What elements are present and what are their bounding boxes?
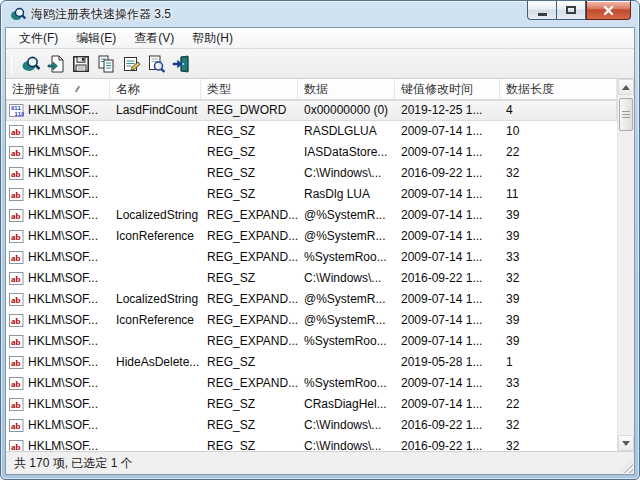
cell-data: @%SystemR... xyxy=(298,226,395,247)
table-row[interactable]: abHKLM\SOF...REG_SZRASDLGLUA2009-07-14 1… xyxy=(6,121,617,142)
properties-icon xyxy=(121,54,141,74)
table-row[interactable]: abHKLM\SOF...HideAsDelete...REG_SZ2019-0… xyxy=(6,352,617,373)
cell-key-text: HKLM\SOF... xyxy=(28,268,98,289)
column-header-key[interactable]: 注册键值 xyxy=(6,79,110,99)
cell-data: 0x00000000 (0) xyxy=(298,100,395,121)
save-button[interactable] xyxy=(68,51,93,76)
cell-name xyxy=(110,142,201,163)
sort-ascending-icon xyxy=(75,86,80,93)
find-button[interactable] xyxy=(143,51,168,76)
scrollbar-thumb[interactable] xyxy=(619,98,633,131)
cell-type: REG_SZ xyxy=(201,394,298,415)
svg-text:ab: ab xyxy=(11,379,21,389)
string-value-icon: ab xyxy=(9,356,25,370)
cell-key: abHKLM\SOF... xyxy=(6,310,110,331)
table-row[interactable]: abHKLM\SOF...REG_SZCRasDiagHel...2009-07… xyxy=(6,394,617,415)
properties-button[interactable] xyxy=(118,51,143,76)
menu-edit[interactable]: 编辑(E) xyxy=(67,28,125,49)
close-button[interactable] xyxy=(586,1,631,20)
cell-type: REG_EXPAND... xyxy=(201,226,298,247)
table-row[interactable]: abHKLM\SOF...REG_EXPAND...%SystemRoo...2… xyxy=(6,247,617,268)
table-row[interactable]: abHKLM\SOF...REG_EXPAND...%SystemRoo...2… xyxy=(6,373,617,394)
cell-type: REG_EXPAND... xyxy=(201,331,298,352)
title-bar[interactable]: 海鸥注册表快速操作器 3.5 xyxy=(1,1,639,27)
scroll-down-button[interactable] xyxy=(618,435,634,451)
cell-data-length: 22 xyxy=(500,394,617,415)
maximize-button[interactable] xyxy=(556,1,586,20)
string-value-icon: ab xyxy=(9,419,25,433)
svg-text:ab: ab xyxy=(11,232,21,242)
thumb-grip-icon xyxy=(622,111,630,118)
string-value-icon: ab xyxy=(9,209,25,223)
cell-key: abHKLM\SOF... xyxy=(6,184,110,205)
table-row[interactable]: abHKLM\SOF...REG_SZC:\Windows\...2016-09… xyxy=(6,163,617,184)
column-header-data-length-label: 数据长度 xyxy=(506,81,554,98)
cell-data: RASDLGLUA xyxy=(298,121,395,142)
cell-modified-time: 2009-07-14 1... xyxy=(395,205,500,226)
table-row[interactable]: abHKLM\SOF...LocalizedStringREG_EXPAND..… xyxy=(6,205,617,226)
string-value-icon: ab xyxy=(9,398,25,412)
copy-button[interactable] xyxy=(93,51,118,76)
cell-type: REG_DWORD xyxy=(201,100,298,121)
cell-key: abHKLM\SOF... xyxy=(6,436,110,451)
cell-data-length: 11 xyxy=(500,184,617,205)
cell-data-length: 39 xyxy=(500,226,617,247)
table-row[interactable]: abHKLM\SOF...IconReferenceREG_EXPAND...@… xyxy=(6,226,617,247)
column-header-data[interactable]: 数据 xyxy=(298,79,395,99)
cell-name xyxy=(110,247,201,268)
scroll-up-button[interactable] xyxy=(618,79,634,95)
cell-key: abHKLM\SOF... xyxy=(6,205,110,226)
menu-file[interactable]: 文件(F) xyxy=(10,28,67,49)
table-row[interactable]: abHKLM\SOF...REG_SZC:\Windows\...2016-09… xyxy=(6,268,617,289)
cell-modified-time: 2016-09-22 1... xyxy=(395,268,500,289)
cell-name xyxy=(110,373,201,394)
arrow-up-icon xyxy=(622,85,630,90)
cell-name xyxy=(110,268,201,289)
string-value-icon: ab xyxy=(9,125,25,139)
cell-data xyxy=(298,352,395,373)
table-row[interactable]: abHKLM\SOF...IconReferenceREG_EXPAND...@… xyxy=(6,310,617,331)
cell-key-text: HKLM\SOF... xyxy=(28,247,98,268)
svg-text:ab: ab xyxy=(11,127,21,137)
column-header-modified-time-label: 键值修改时间 xyxy=(401,81,473,98)
cell-key: abHKLM\SOF... xyxy=(6,268,110,289)
menu-help[interactable]: 帮助(H) xyxy=(183,28,242,49)
table-row[interactable]: 011110HKLM\SOF...LasdFindCountREG_DWORD0… xyxy=(6,100,617,121)
cell-modified-time: 2009-07-14 1... xyxy=(395,373,500,394)
column-header-name[interactable]: 名称 xyxy=(110,79,201,99)
table-row[interactable]: abHKLM\SOF...REG_SZRasDlg LUA2009-07-14 … xyxy=(6,184,617,205)
cell-modified-time: 2009-07-14 1... xyxy=(395,247,500,268)
cell-type: REG_SZ xyxy=(201,142,298,163)
cell-modified-time: 2016-09-22 1... xyxy=(395,436,500,451)
cell-key-text: HKLM\SOF... xyxy=(28,142,98,163)
column-header-data-length[interactable]: 数据长度 xyxy=(500,79,617,99)
cell-name xyxy=(110,415,201,436)
table-row[interactable]: abHKLM\SOF...LocalizedStringREG_EXPAND..… xyxy=(6,289,617,310)
resize-grip-icon[interactable] xyxy=(620,460,633,473)
table-row[interactable]: abHKLM\SOF...REG_SZC:\Windows\...2016-09… xyxy=(6,415,617,436)
arrow-down-icon xyxy=(622,441,630,446)
cell-data-length: 33 xyxy=(500,373,617,394)
cell-data-length: 32 xyxy=(500,436,617,451)
table-row[interactable]: abHKLM\SOF...REG_SZIASDataStore...2009-0… xyxy=(6,142,617,163)
search-registry-button[interactable] xyxy=(18,51,43,76)
cell-key: abHKLM\SOF... xyxy=(6,121,110,142)
column-header-modified-time[interactable]: 键值修改时间 xyxy=(395,79,500,99)
cell-data: @%SystemR... xyxy=(298,289,395,310)
cell-modified-time: 2009-07-14 1... xyxy=(395,184,500,205)
cell-data: @%SystemR... xyxy=(298,205,395,226)
table-row[interactable]: abHKLM\SOF...REG_EXPAND...%SystemRoo...2… xyxy=(6,331,617,352)
status-text: 共 170 项, 已选定 1 个 xyxy=(14,455,133,472)
exit-button[interactable] xyxy=(168,51,193,76)
cell-name xyxy=(110,331,201,352)
minimize-button[interactable] xyxy=(527,1,556,20)
cell-data: C:\Windows\... xyxy=(298,436,395,451)
import-button[interactable] xyxy=(43,51,68,76)
cell-key: abHKLM\SOF... xyxy=(6,373,110,394)
cell-data: RasDlg LUA xyxy=(298,184,395,205)
column-header-type[interactable]: 类型 xyxy=(201,79,298,99)
table-row[interactable]: abHKLM\SOF...REG_SZC:\Windows\...2016-09… xyxy=(6,436,617,451)
vertical-scrollbar[interactable] xyxy=(617,79,634,451)
string-value-icon: ab xyxy=(9,335,25,349)
menu-view[interactable]: 查看(V) xyxy=(125,28,183,49)
